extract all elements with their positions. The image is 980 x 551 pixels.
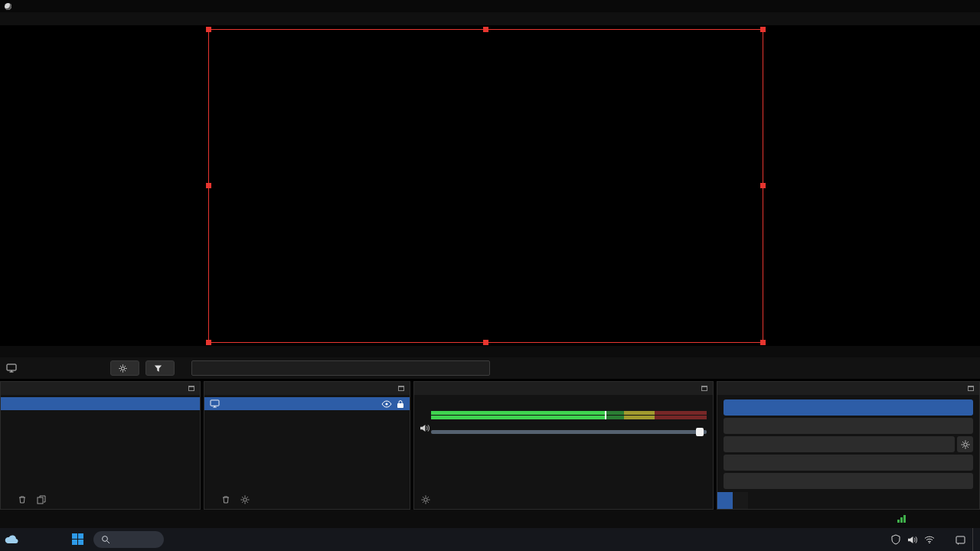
maximize-button[interactable] <box>916 0 937 12</box>
dock-popup-icon[interactable] <box>398 386 404 391</box>
sources-dock <box>204 381 410 510</box>
resize-handle[interactable] <box>206 340 211 345</box>
stop-streaming-button[interactable] <box>724 399 973 416</box>
controls-body <box>717 395 979 492</box>
virtual-camera-button[interactable] <box>724 436 955 452</box>
scenes-dock <box>0 381 201 510</box>
lock-icon[interactable] <box>397 399 404 409</box>
volume-icon[interactable] <box>907 536 917 544</box>
monitor-icon <box>210 399 220 408</box>
meter-peak-marker <box>605 411 606 419</box>
selected-source-indicator <box>6 364 104 373</box>
tab-scene-transitions[interactable] <box>733 492 748 509</box>
filter-icon <box>154 364 162 373</box>
tab-controls[interactable] <box>717 492 733 509</box>
source-toolbar <box>0 357 980 379</box>
dock-popup-icon[interactable] <box>188 386 194 391</box>
preview-canvas[interactable] <box>0 25 980 346</box>
action-center-icon[interactable] <box>956 535 965 545</box>
scene-list-item[interactable] <box>1 397 200 410</box>
mixer-toolbar <box>414 491 713 509</box>
window-controls <box>894 0 980 12</box>
screen-select[interactable] <box>191 360 490 376</box>
scenes-toolbar <box>1 491 200 509</box>
title-bar <box>0 0 980 12</box>
resize-handle[interactable] <box>760 27 766 32</box>
mixer-dock-header[interactable] <box>414 382 713 395</box>
start-button[interactable] <box>72 533 84 546</box>
remove-source-button[interactable] <box>221 495 230 504</box>
preview-zoom-bar <box>0 346 980 357</box>
remove-scene-button[interactable] <box>18 495 27 504</box>
sources-dock-header[interactable] <box>204 382 410 395</box>
mixer-ticks <box>431 420 707 428</box>
bitrate-status <box>897 515 910 523</box>
minimize-button[interactable] <box>894 0 916 12</box>
windows-taskbar <box>0 528 980 551</box>
start-recording-button[interactable] <box>724 418 973 434</box>
obs-logo-icon <box>5 3 11 10</box>
studio-mode-button[interactable] <box>724 455 973 471</box>
gear-icon <box>961 440 970 449</box>
search-icon <box>101 535 110 544</box>
controls-tabs <box>717 492 979 509</box>
virtual-camera-settings-button[interactable] <box>957 436 973 452</box>
sources-list <box>204 395 410 491</box>
scenes-list <box>1 395 200 491</box>
signal-bars-icon <box>897 515 906 523</box>
volume-meter <box>431 411 707 419</box>
monitor-icon <box>6 364 17 373</box>
sources-toolbar <box>204 491 410 509</box>
system-tray <box>884 528 975 551</box>
show-desktop-button[interactable] <box>972 528 975 551</box>
dock-row <box>0 381 980 510</box>
advanced-audio-gear-icon[interactable] <box>421 495 430 504</box>
source-list-item[interactable] <box>204 397 410 410</box>
capture-region[interactable] <box>208 29 763 343</box>
source-properties-button[interactable] <box>240 495 250 504</box>
dock-popup-icon[interactable] <box>701 386 707 391</box>
obs-window <box>0 0 980 551</box>
filters-button[interactable] <box>145 360 175 376</box>
dock-popup-icon[interactable] <box>968 386 974 391</box>
gear-icon <box>119 364 127 373</box>
resize-handle[interactable] <box>760 183 766 188</box>
volume-slider[interactable] <box>431 430 707 434</box>
taskbar-search[interactable] <box>93 531 164 548</box>
controls-dock-header[interactable] <box>717 382 979 395</box>
resize-handle[interactable] <box>760 340 766 345</box>
duplicate-scene-button[interactable] <box>37 495 46 504</box>
properties-button[interactable] <box>110 360 139 376</box>
close-button[interactable] <box>937 0 959 12</box>
resize-handle[interactable] <box>483 27 488 32</box>
settings-button[interactable] <box>724 473 973 489</box>
wifi-icon[interactable] <box>924 536 935 543</box>
status-bar <box>0 510 980 528</box>
capture-content <box>209 30 763 342</box>
resize-handle[interactable] <box>206 27 211 32</box>
weather-widget-icon[interactable] <box>5 535 18 544</box>
shield-icon[interactable] <box>891 534 900 545</box>
resize-handle[interactable] <box>206 183 211 188</box>
controls-dock <box>717 381 980 510</box>
scenes-dock-header[interactable] <box>1 382 200 395</box>
volume-slider-row <box>431 430 707 434</box>
mixer-left-column <box>417 399 431 434</box>
mixer-body <box>414 395 713 491</box>
volume-slider-handle[interactable] <box>696 428 704 436</box>
speaker-icon[interactable] <box>420 424 430 432</box>
audio-mixer-dock <box>413 381 714 510</box>
menu-bar <box>0 12 980 25</box>
visibility-eye-icon[interactable] <box>381 400 392 408</box>
resize-handle[interactable] <box>483 340 488 345</box>
